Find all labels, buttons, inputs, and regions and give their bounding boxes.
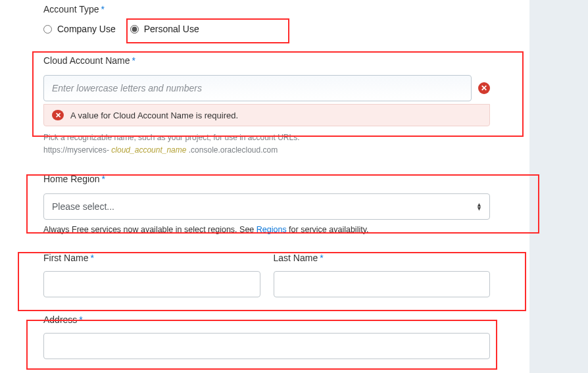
cloud-account-name-input[interactable] xyxy=(43,75,472,101)
regions-link[interactable]: Regions xyxy=(257,225,287,234)
cloud-account-helper: Pick a recognizable name, such as your p… xyxy=(43,132,490,157)
first-name-label: First Name* xyxy=(43,253,94,263)
last-name-input[interactable] xyxy=(274,271,491,297)
required-asterisk: * xyxy=(101,4,105,14)
first-name-input[interactable] xyxy=(43,271,260,297)
address-input[interactable] xyxy=(43,333,490,359)
home-region-select[interactable]: Please select... xyxy=(43,193,490,220)
last-name-label: Last Name* xyxy=(274,253,324,263)
url-token: cloud_account_name xyxy=(111,145,186,155)
radio-personal-use-input[interactable] xyxy=(130,25,139,34)
error-message: A value for Cloud Account Name is requir… xyxy=(70,111,238,120)
account-type-label: Account Type* xyxy=(43,4,105,14)
error-icon: ✕ xyxy=(478,82,490,94)
cloud-account-name-label: Cloud Account Name* xyxy=(43,55,135,66)
radio-personal-use[interactable]: Personal Use xyxy=(125,21,205,37)
account-type-radio-group: Company Use Personal Use xyxy=(43,21,490,37)
address-label: Address* xyxy=(43,314,83,325)
cloud-account-name-error: ✕ A value for Cloud Account Name is requ… xyxy=(43,104,490,126)
error-icon: ✕ xyxy=(52,110,64,120)
radio-company-use-input[interactable] xyxy=(43,25,52,34)
home-region-label: Home Region* xyxy=(43,174,105,184)
radio-personal-use-label: Personal Use xyxy=(144,24,199,34)
home-region-note: Always Free services now available in se… xyxy=(43,225,490,234)
radio-company-use[interactable]: Company Use xyxy=(43,24,116,34)
radio-company-use-label: Company Use xyxy=(57,24,116,34)
